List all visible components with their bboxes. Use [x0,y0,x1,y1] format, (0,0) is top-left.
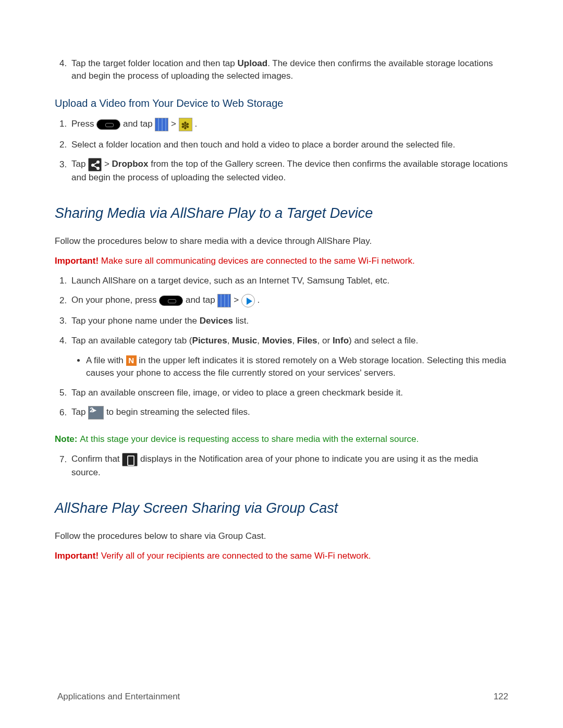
allshare-step-7: Confirm that displays in the Notificatio… [69,453,508,479]
text: Tap the target folder location and then … [71,58,238,68]
bold: Upload [238,58,268,68]
important-label: Important! [55,256,101,266]
allshare-step-3: Tap your phone name under the Devices li… [69,315,508,327]
text: Tap [71,408,88,417]
bold: Dropbox [112,159,149,169]
important-text: Make sure all communicating devices are … [101,256,415,266]
step-4: Tap the target folder location and then … [69,57,508,82]
heading-group-cast: AllShare Play Screen Sharing via Group C… [55,499,508,519]
text: > [104,159,112,169]
text: Press [71,119,96,129]
substeps-list: A file with N in the upper left indicate… [71,354,508,379]
upload-step-3: Tap > Dropbox from the top of the Galler… [69,158,508,184]
upload-step-1: Press and tap > . [69,118,508,131]
allshare-play-icon [241,294,255,307]
apps-grid-icon [155,118,168,131]
text: Confirm that [71,454,122,464]
note: Note: At this stage your device is reque… [55,433,508,446]
allshare-steps-list-cont: Confirm that displays in the Notificatio… [55,453,508,479]
text: and tap [186,295,217,305]
apps-grid-icon [217,294,231,307]
text: Tap your phone name under the [71,316,200,326]
svg-line-4 [93,165,98,168]
footer-section: Applications and Entertainment [57,690,180,703]
prior-steps-list: Tap the target folder location and then … [55,57,508,82]
substep: A file with N in the upper left indicate… [86,354,508,379]
text: Select a folder location and then touch … [71,140,455,150]
home-button-icon [159,295,183,306]
text: Tap an available onscreen file, image, o… [71,388,403,398]
text: Tap [71,159,88,169]
text: and tap [123,119,155,129]
important-label: Important! [55,551,101,561]
text: . [195,119,198,129]
home-button-icon [96,119,120,130]
text: . [258,295,260,305]
text: On your phone, press [71,295,159,305]
allshare-step-2: On your phone, press and tap > . [69,294,508,307]
text: in the upper left indicates it is stored… [86,355,506,378]
note-label: Note: [55,434,80,444]
text: > [171,119,179,129]
page-footer: Applications and Entertainment 122 [57,690,508,703]
important-note-2: Important! Verify all of your recipients… [55,550,508,562]
intro-text-2: Follow the procedures below to share via… [55,530,508,542]
share-icon [88,158,102,171]
allshare-step-4: Tap an available category tab (Pictures,… [69,335,508,379]
gallery-icon [179,118,192,131]
text: A file with [86,355,126,365]
text: list. [233,316,249,326]
allshare-step-5: Tap an available onscreen file, image, o… [69,387,508,399]
important-text: Verify all of your recipients are connec… [101,551,371,561]
upload-steps-list: Press and tap > . Select a folder locati… [55,118,508,184]
allshare-step-6: Tap to begin streaming the selected file… [69,406,508,419]
important-note: Important! Make sure all communicating d… [55,255,508,267]
svg-line-3 [93,162,98,165]
stream-icon [88,406,104,419]
text: > [234,295,241,305]
allshare-steps-list: Launch AllShare on a target device, such… [55,275,508,420]
page-number: 122 [494,690,508,703]
text: Launch AllShare on a target device, such… [71,276,389,286]
text: Tap an available category tab ( [71,336,192,346]
bold: Devices [200,316,233,326]
notification-device-icon [122,453,138,466]
intro-text: Follow the procedures below to share med… [55,235,508,248]
remote-n-icon: N [126,355,137,366]
text: to begin streaming the selected files. [106,408,250,417]
upload-step-2: Select a folder location and then touch … [69,139,508,151]
heading-sharing-media: Sharing Media via AllShare Play to a Tar… [55,204,508,224]
subheading-upload-video: Upload a Video from Your Device to Web S… [55,96,508,110]
allshare-step-1: Launch AllShare on a target device, such… [69,275,508,287]
note-text: At this stage your device is requesting … [80,434,419,444]
page: Tap the target folder location and then … [0,0,563,728]
